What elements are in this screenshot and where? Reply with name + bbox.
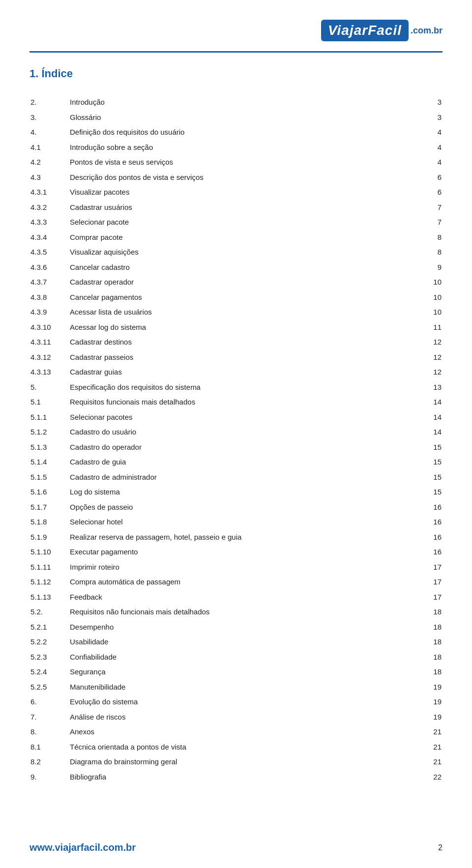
toc-number: 4.3.13	[30, 365, 69, 380]
toc-row: 5.1.1Selecionar pacotes14	[30, 410, 442, 425]
toc-label: Usabilidade	[69, 635, 423, 650]
toc-number: 5.1.13	[30, 590, 69, 605]
toc-number: 4.3.8	[30, 290, 69, 305]
toc-row: 8.1Técnica orientada a pontos de vista21	[30, 740, 442, 755]
toc-number: 5.1.10	[30, 545, 69, 560]
toc-number: 4.3.5	[30, 245, 69, 260]
logo-domain: .com.br	[411, 26, 442, 36]
toc-label: Selecionar hotel	[69, 515, 423, 530]
toc-page: 16	[423, 530, 442, 545]
toc-row: 4.3Descrição dos pontos de vista e servi…	[30, 170, 442, 185]
toc-page: 3	[423, 95, 442, 110]
toc-number: 5.2.5	[30, 680, 69, 695]
toc-row: 3.Glossário3	[30, 110, 442, 125]
toc-page: 21	[423, 724, 442, 740]
toc-page: 12	[423, 365, 442, 380]
toc-row: 5.1.13Feedback17	[30, 590, 442, 605]
toc-page: 16	[423, 500, 442, 515]
toc-number: 4.3.6	[30, 260, 69, 275]
toc-label: Visualizar pacotes	[69, 185, 423, 200]
toc-label: Executar pagamento	[69, 545, 423, 560]
toc-row: 5.1.10Executar pagamento16	[30, 545, 442, 560]
toc-page: 14	[423, 425, 442, 440]
toc-label: Especificação dos requisitos do sistema	[69, 380, 423, 395]
toc-number: 5.2.2	[30, 635, 69, 650]
toc-row: 4.3.10Acessar log do sistema11	[30, 320, 442, 335]
page: ViajarFacil .com.br 1. Índice 2.Introduç…	[0, 0, 472, 868]
toc-label: Segurança	[69, 665, 423, 680]
toc-page: 15	[423, 455, 442, 470]
toc-page: 3	[423, 110, 442, 125]
toc-row: 8.2Diagrama do brainstorming geral21	[30, 754, 442, 770]
toc-row: 5.1.12Compra automática de passagem17	[30, 575, 442, 590]
toc-row: 4.3.12Cadastrar passeios12	[30, 350, 442, 365]
toc-row: 4.3.1Visualizar pacotes6	[30, 185, 442, 200]
toc-label: Cadastrar guias	[69, 365, 423, 380]
toc-number: 5.1.11	[30, 560, 69, 575]
toc-row: 5.1.9Realizar reserva de passagem, hotel…	[30, 530, 442, 545]
toc-page: 17	[423, 575, 442, 590]
toc-page: 4	[423, 140, 442, 155]
toc-page: 10	[423, 290, 442, 305]
toc-number: 5.2.	[30, 605, 69, 620]
toc-label: Imprimir roteiro	[69, 560, 423, 575]
toc-number: 5.1.12	[30, 575, 69, 590]
toc-row: 5.1.3Cadastro do operador15	[30, 440, 442, 455]
toc-label: Cancelar pagamentos	[69, 290, 423, 305]
toc-row: 4.3.11Cadastrar destinos12	[30, 335, 442, 350]
toc-page: 13	[423, 380, 442, 395]
toc-label: Selecionar pacote	[69, 215, 423, 230]
toc-number: 5.1.8	[30, 515, 69, 530]
toc-page: 17	[423, 560, 442, 575]
toc-row: 5.2.Requisitos não funcionais mais detal…	[30, 605, 442, 620]
toc-row: 5.1.7Opções de passeio16	[30, 500, 442, 515]
toc-label: Requisitos não funcionais mais detalhado…	[69, 605, 423, 620]
toc-row: 5.1Requisitos funcionais mais detalhados…	[30, 395, 442, 410]
toc-row: 4.3.13Cadastrar guias12	[30, 365, 442, 380]
toc-label: Cadastro do operador	[69, 440, 423, 455]
toc-number: 5.2.4	[30, 665, 69, 680]
toc-label: Pontos de vista e seus serviços	[69, 155, 423, 170]
toc-label: Comprar pacote	[69, 230, 423, 245]
toc-page: 12	[423, 350, 442, 365]
toc-number: 9.	[30, 770, 69, 785]
toc-label: Análise de riscos	[69, 710, 423, 725]
toc-number: 4.2	[30, 155, 69, 170]
toc-label: Log do sistema	[69, 485, 423, 500]
toc-row: 6.Evolução do sistema19	[30, 694, 442, 710]
toc-page: 18	[423, 665, 442, 680]
toc-row: 5.2.5Manutenibilidade19	[30, 680, 442, 695]
toc-page: 16	[423, 515, 442, 530]
toc-number: 5.	[30, 380, 69, 395]
toc-row: 5.1.2Cadastro do usuário14	[30, 425, 442, 440]
toc-row: 5.1.6Log do sistema15	[30, 485, 442, 500]
toc-label: Bibliografia	[69, 770, 423, 785]
toc-label: Selecionar pacotes	[69, 410, 423, 425]
toc-row: 2.Introdução3	[30, 95, 442, 110]
toc-label: Cadastrar operador	[69, 275, 423, 290]
toc-row: 9.Bibliografia22	[30, 770, 442, 785]
toc-label: Descrição dos pontos de vista e serviços	[69, 170, 423, 185]
toc-label: Compra automática de passagem	[69, 575, 423, 590]
logo-text: ViajarFacil	[321, 20, 409, 41]
toc-number: 5.1.3	[30, 440, 69, 455]
toc-page: 21	[423, 754, 442, 770]
toc-label: Cancelar cadastro	[69, 260, 423, 275]
toc-page: 19	[423, 710, 442, 725]
toc-page: 15	[423, 440, 442, 455]
toc-number: 8.1	[30, 740, 69, 755]
footer-url: www.viajarfacil.com.br	[30, 842, 136, 853]
toc-label: Cadastrar passeios	[69, 350, 423, 365]
toc-row: 5.1.11Imprimir roteiro17	[30, 560, 442, 575]
toc-row: 5.2.4Segurança18	[30, 665, 442, 680]
toc-label: Requisitos funcionais mais detalhados	[69, 395, 423, 410]
toc-number: 4.3.7	[30, 275, 69, 290]
toc-page: 19	[423, 680, 442, 695]
toc-page: 18	[423, 620, 442, 635]
toc-label: Confiabilidade	[69, 650, 423, 665]
toc-number: 5.1	[30, 395, 69, 410]
toc-label: Acessar log do sistema	[69, 320, 423, 335]
toc-page: 17	[423, 590, 442, 605]
toc-page: 14	[423, 410, 442, 425]
toc-page: 22	[423, 770, 442, 785]
